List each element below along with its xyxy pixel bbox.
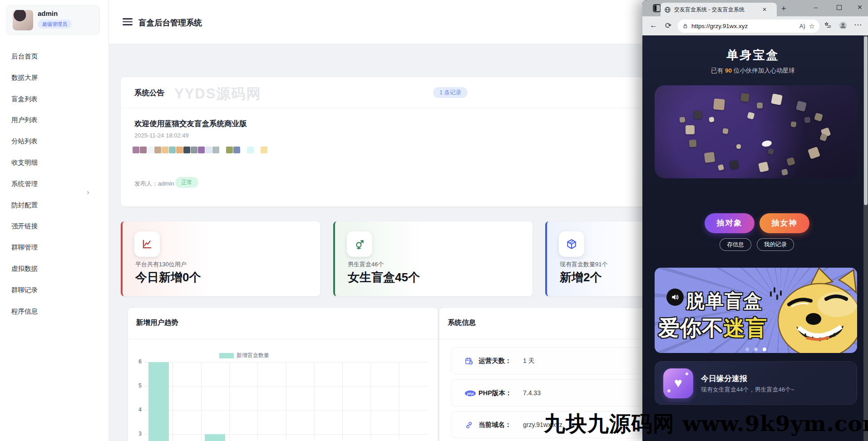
- thumbnail: [205, 147, 212, 153]
- thumbnail: [147, 147, 154, 153]
- avatar-tile: [730, 160, 739, 170]
- back-button[interactable]: ←: [650, 21, 657, 30]
- avatar-tile: [709, 117, 715, 122]
- sidebar-item-4[interactable]: 分站列表: [0, 131, 108, 152]
- promo-banner-carousel[interactable]: 脱单盲盒 爱你不迷盲: [655, 268, 857, 353]
- read-aloud-icon[interactable]: A): [799, 23, 805, 29]
- gridline: [314, 362, 315, 441]
- draw-partner-button[interactable]: 抽对象: [705, 213, 755, 233]
- svg-text:php: php: [467, 392, 474, 396]
- banner-subheadline: 爱你不迷盲: [658, 314, 767, 343]
- sidebar-item-10[interactable]: 虚拟数据: [0, 258, 108, 279]
- gridline: [342, 362, 343, 441]
- sidebar-item-3[interactable]: 用户列表: [0, 109, 108, 131]
- stat-value: 今日新增0个: [135, 270, 201, 285]
- announcement-date: 2025-11-24 18:02:49: [134, 132, 189, 139]
- sidebar-item-7[interactable]: 防封配置: [0, 195, 108, 216]
- admin-profile-card: admin 超级管理员: [6, 5, 100, 35]
- role-badge: 超级管理员: [38, 20, 72, 29]
- thumbnail: [140, 147, 147, 153]
- thumbnail: [212, 147, 219, 153]
- status-badge: 正常: [175, 177, 198, 188]
- sidebar-item-0[interactable]: 后台首页: [0, 46, 108, 67]
- avatar-tile: [771, 93, 783, 105]
- announcement-card-title: 系统公告: [134, 88, 164, 98]
- thumbnail: [183, 147, 190, 153]
- tab-title: 交友盲盒系统 - 交友盲盒系统: [674, 6, 760, 14]
- avatar-tile: [786, 157, 795, 166]
- chevron-right-icon[interactable]: ›: [87, 188, 89, 197]
- announcement-post-title: 欢迎使用蓝猫交友盲盒系统商业版: [134, 119, 247, 129]
- sidebar-menu: 后台首页数据大屏盲盒列表用户列表分站列表收支明细系统管理防封配置强开链接群聊管理…: [0, 46, 108, 322]
- avatar-tile: [679, 117, 685, 122]
- carousel-dot-active[interactable]: [763, 348, 766, 351]
- chart-legend: 新增盲盒数量: [219, 352, 269, 359]
- browser-tab-strip: 交友盲盒系统 - 交友盲盒系统 ✕ + – ✕: [642, 0, 868, 16]
- doge-illustration: [773, 268, 857, 353]
- refresh-button[interactable]: ⟳: [665, 21, 671, 30]
- sidebar-item-12[interactable]: 程序信息: [0, 301, 108, 322]
- avatar-tile: [804, 117, 811, 123]
- avatar-tile: [758, 162, 769, 172]
- hamburger-menu-icon[interactable]: [123, 18, 133, 25]
- sidebar-item-8[interactable]: 强开链接: [0, 216, 108, 237]
- favorite-star-icon[interactable]: ☆: [809, 22, 815, 30]
- more-menu-icon[interactable]: ⋯: [854, 20, 862, 29]
- php-icon: php: [464, 389, 473, 398]
- carousel-dot[interactable]: [754, 348, 758, 351]
- new-tab-button[interactable]: +: [781, 4, 786, 14]
- new-user-trend-card: 新增用户趋势 新增盲盒数量 6543: [128, 308, 438, 441]
- save-info-button[interactable]: 存信息: [720, 238, 751, 251]
- y-axis-tick: 5: [131, 382, 142, 389]
- sidebar-item-1[interactable]: 数据大屏: [0, 67, 108, 88]
- chart-line-icon: [134, 231, 160, 257]
- url-text: https://grzy.91wx.xyz: [691, 23, 796, 29]
- gridline: [173, 362, 173, 441]
- stat-label: 现有盲盒数量91个: [560, 260, 607, 269]
- profile-avatar-icon[interactable]: [838, 21, 848, 32]
- draw-goddess-button[interactable]: 抽女神: [760, 213, 809, 233]
- gender-icon: [347, 231, 372, 257]
- avatar-tile: [747, 112, 755, 119]
- sidebar-item-2[interactable]: 盲盒列表: [0, 88, 108, 110]
- gridline: [399, 362, 399, 441]
- record-count-badge: 1 条记录: [433, 87, 468, 98]
- stat-card-users: 平台共有130位用户 今日新增0个: [121, 221, 320, 296]
- sidebar-item-9[interactable]: 群聊管理: [0, 237, 108, 258]
- thumbnail-group: [247, 147, 254, 153]
- browser-toolbar: ← ⟳ https://grzy.91wx.xyz A) ☆: [642, 16, 868, 35]
- sidebar-item-6[interactable]: 系统管理: [0, 173, 108, 195]
- sidebar-item-5[interactable]: 收支明细: [0, 152, 108, 173]
- sidebar-item-11[interactable]: 群聊记录: [0, 279, 108, 301]
- thumbnail: [233, 147, 240, 153]
- carousel-dot[interactable]: [745, 348, 749, 351]
- avatar-tile: [814, 113, 823, 122]
- thumbnail: [162, 147, 168, 153]
- thumbnail: [191, 147, 197, 153]
- window-close-button[interactable]: ✕: [857, 4, 863, 11]
- browser-tab[interactable]: 交友盲盒系统 - 交友盲盒系统 ✕: [661, 3, 777, 16]
- favorites-bar-icon[interactable]: [824, 21, 832, 31]
- member-count: 90: [725, 67, 732, 74]
- tab-close-icon[interactable]: ✕: [762, 6, 767, 13]
- divider: [128, 339, 438, 339]
- legend-label: 新增盲盒数量: [237, 352, 269, 359]
- browser-window: 交友盲盒系统 - 交友盲盒系统 ✕ + – ✕ ← ⟳ https://grzy…: [642, 0, 868, 441]
- sysinfo-label: 运营天数：: [478, 357, 512, 365]
- stat-value: 女生盲盒45个: [348, 270, 420, 285]
- bar: [148, 362, 169, 441]
- workspaces-icon[interactable]: [652, 4, 661, 13]
- window-minimize-button[interactable]: –: [814, 4, 818, 11]
- gridline: [286, 362, 286, 441]
- my-records-button[interactable]: 我的记录: [757, 238, 794, 251]
- thumbnail: [133, 147, 139, 153]
- speaker-icon: [666, 289, 684, 306]
- address-bar[interactable]: https://grzy.91wx.xyz A) ☆: [678, 20, 819, 33]
- sysinfo-value: 7.4.33: [523, 389, 541, 397]
- avatar-tile: [796, 101, 807, 112]
- daily-fortune-card[interactable]: ♥ 今日缘分速报 现有女生盲盒44个，男生盲盒46个~: [655, 361, 857, 405]
- avatar-tile: [740, 93, 750, 102]
- window-maximize-button[interactable]: [837, 5, 842, 10]
- scrollbar-thumb[interactable]: [864, 36, 868, 205]
- fortune-subtitle: 现有女生盲盒44个，男生盲盒46个~: [701, 386, 794, 394]
